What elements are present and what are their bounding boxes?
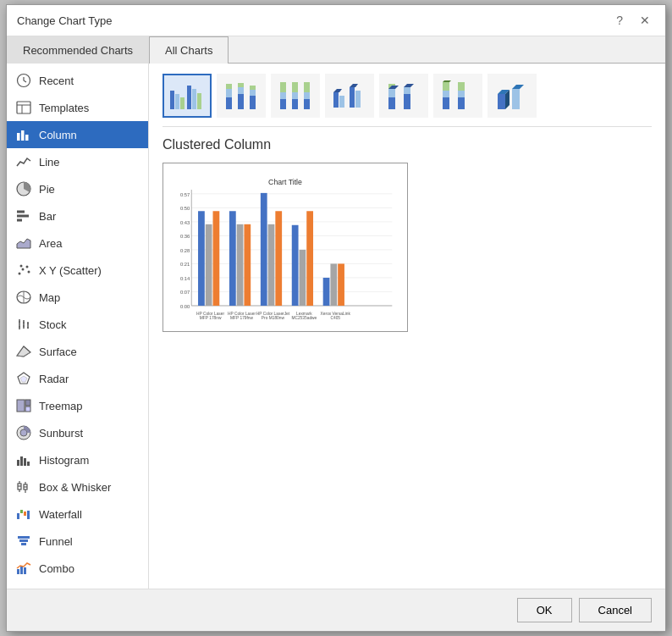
- svg-text:0:28: 0:28: [180, 248, 190, 253]
- area-icon: [15, 235, 32, 252]
- svg-rect-92: [404, 87, 410, 94]
- sidebar-item-pie[interactable]: Pie: [7, 175, 148, 202]
- treemap-icon: [15, 397, 32, 414]
- sidebar-label-waterfall: Waterfall: [39, 508, 82, 521]
- sidebar-item-line[interactable]: Line: [7, 148, 148, 175]
- svg-text:Chart Title: Chart Title: [268, 178, 302, 186]
- sidebar-item-sunburst[interactable]: Sunburst: [7, 419, 148, 446]
- sidebar: Recent Templates: [7, 64, 149, 589]
- sidebar-item-scatter[interactable]: X Y (Scatter): [7, 257, 148, 284]
- svg-rect-83: [350, 87, 355, 108]
- cancel-button[interactable]: Cancel: [579, 598, 652, 622]
- sidebar-item-bar[interactable]: Bar: [7, 202, 148, 230]
- sidebar-item-surface[interactable]: Surface: [7, 338, 148, 365]
- bar-icon: [15, 207, 32, 224]
- sidebar-item-combo[interactable]: Combo: [7, 555, 148, 582]
- help-button[interactable]: ?: [611, 12, 628, 29]
- sidebar-item-stock[interactable]: Stock: [7, 311, 148, 338]
- pie-icon: [15, 180, 32, 197]
- svg-rect-99: [458, 91, 465, 97]
- sidebar-item-histogram[interactable]: Histogram: [7, 446, 148, 473]
- svg-rect-141: [338, 263, 344, 306]
- sidebar-label-line: Line: [39, 156, 60, 169]
- sidebar-item-recent[interactable]: Recent: [7, 67, 148, 94]
- svg-rect-64: [226, 89, 232, 97]
- sidebar-item-boxwhisker[interactable]: Box & Whisker: [7, 473, 148, 501]
- svg-rect-77: [292, 82, 298, 92]
- combo-icon: [15, 560, 32, 577]
- svg-marker-29: [20, 376, 27, 382]
- svg-rect-5: [21, 130, 25, 141]
- svg-rect-104: [512, 89, 520, 109]
- svg-rect-129: [213, 211, 220, 306]
- svg-rect-60: [187, 86, 191, 109]
- svg-point-15: [28, 271, 30, 274]
- sidebar-item-waterfall[interactable]: Waterfall: [7, 501, 148, 528]
- subtype-3d-clustered[interactable]: [325, 74, 374, 118]
- sidebar-label-combo: Combo: [39, 562, 74, 575]
- svg-rect-96: [443, 82, 449, 91]
- sidebar-label-surface: Surface: [39, 346, 77, 358]
- sidebar-label-funnel: Funnel: [39, 535, 73, 548]
- svg-rect-53: [21, 543, 26, 545]
- svg-rect-130: [229, 211, 236, 306]
- svg-rect-138: [306, 211, 313, 306]
- waterfall-icon: [15, 506, 32, 523]
- svg-rect-139: [323, 278, 330, 306]
- svg-rect-36: [20, 456, 23, 466]
- svg-rect-75: [292, 99, 298, 109]
- svg-rect-131: [237, 224, 244, 306]
- sidebar-item-map[interactable]: Map: [7, 284, 148, 311]
- svg-text:HP Color LaserJet: HP Color LaserJet: [256, 312, 290, 316]
- svg-rect-134: [268, 224, 275, 306]
- sidebar-item-templates[interactable]: Templates: [7, 94, 148, 121]
- close-button[interactable]: ✕: [635, 12, 655, 29]
- svg-point-14: [26, 266, 29, 268]
- svg-rect-6: [25, 135, 29, 141]
- subtype-clustered-column[interactable]: [162, 74, 212, 118]
- svg-text:MC2535adwe: MC2535adwe: [291, 316, 317, 320]
- svg-point-16: [20, 265, 23, 268]
- stock-icon: [15, 316, 32, 333]
- svg-text:MFP 179fnw: MFP 179fnw: [230, 316, 254, 320]
- svg-rect-74: [280, 82, 286, 92]
- sidebar-item-column[interactable]: Column: [7, 121, 148, 148]
- subtype-3d-100pct[interactable]: [433, 74, 482, 118]
- svg-text:Xerox VersaLink: Xerox VersaLink: [321, 312, 351, 316]
- svg-rect-78: [304, 99, 310, 109]
- svg-rect-66: [238, 94, 244, 109]
- chart-preview: Chart Title 0:57 0:50 0:43 0:36 0:28 0:2…: [162, 163, 408, 332]
- chart-panel: Clustered Column Chart Title 0:57 0:50 0…: [149, 64, 665, 589]
- svg-rect-128: [206, 224, 212, 306]
- dialog-footer: OK Cancel: [7, 589, 665, 631]
- svg-rect-68: [238, 83, 244, 87]
- subtype-stacked-column[interactable]: [217, 74, 266, 118]
- sidebar-item-radar[interactable]: Radar: [7, 365, 148, 392]
- templates-icon: [15, 99, 32, 116]
- subtype-3d-column[interactable]: [487, 74, 537, 118]
- sidebar-label-bar: Bar: [39, 210, 56, 223]
- svg-marker-85: [333, 89, 342, 92]
- surface-icon: [15, 343, 32, 360]
- svg-rect-84: [355, 91, 361, 108]
- svg-rect-49: [24, 512, 26, 516]
- svg-marker-105: [512, 85, 524, 89]
- svg-rect-94: [443, 97, 449, 109]
- subtype-3d-stacked[interactable]: [379, 74, 428, 118]
- svg-text:Pro M180nw: Pro M180nw: [262, 316, 285, 320]
- sidebar-item-area[interactable]: Area: [7, 230, 148, 257]
- subtype-100pct-column[interactable]: [271, 74, 320, 118]
- sidebar-item-funnel[interactable]: Funnel: [7, 528, 148, 555]
- sidebar-label-recent: Recent: [39, 75, 74, 87]
- svg-rect-73: [280, 92, 286, 99]
- sidebar-item-treemap[interactable]: Treemap: [7, 392, 148, 419]
- svg-rect-101: [498, 94, 505, 109]
- ok-button[interactable]: OK: [517, 598, 572, 622]
- tab-recommended[interactable]: Recommended Charts: [7, 36, 149, 64]
- tab-all-charts[interactable]: All Charts: [149, 36, 229, 64]
- svg-rect-71: [250, 86, 256, 90]
- svg-marker-86: [350, 84, 358, 87]
- change-chart-type-dialog: Change Chart Type ? ✕ Recommended Charts…: [6, 4, 666, 632]
- svg-marker-11: [17, 239, 30, 248]
- sidebar-label-boxwhisker: Box & Whisker: [39, 481, 111, 494]
